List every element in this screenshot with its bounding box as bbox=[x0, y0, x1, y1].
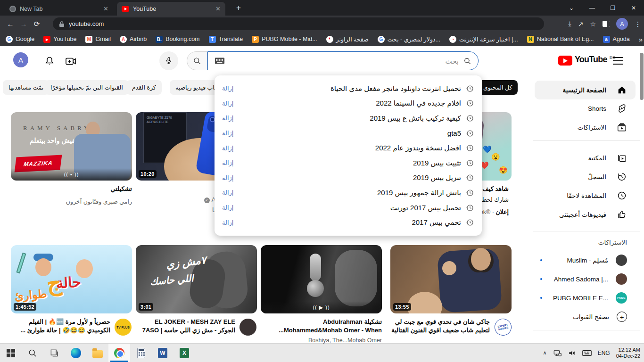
chip-football[interactable]: كرة القدم bbox=[126, 80, 162, 95]
taskbar-file-explorer[interactable] bbox=[87, 344, 108, 362]
search-suggestion[interactable]: تنزيل بيس 2019إزالة bbox=[215, 171, 482, 186]
bookmark-router-page[interactable]: ❜صفحة الراوتر bbox=[326, 36, 369, 43]
search-suggestion[interactable]: gta5إزالة bbox=[215, 126, 482, 141]
bookmark-youtube[interactable]: ▸YouTube bbox=[43, 36, 76, 43]
search-suggestion[interactable]: كيفية تركيب باتش ع بيس 2019إزالة bbox=[215, 111, 482, 126]
subscription-pubg-mobile[interactable]: PUBG PUBG MOBILE E... bbox=[533, 288, 639, 307]
browser-profile-avatar[interactable]: A bbox=[616, 18, 628, 30]
remove-suggestion-link[interactable]: إزالة bbox=[222, 174, 233, 181]
video-thumbnail-abdulrahman-mix[interactable]: (( ▶ )) bbox=[261, 245, 382, 313]
youtube-account-avatar[interactable]: A bbox=[13, 52, 28, 67]
sidebar-item-subscriptions[interactable]: الاشتراكات bbox=[533, 118, 639, 137]
notifications-bell-icon[interactable] bbox=[44, 56, 55, 67]
restore-button[interactable]: ❐ bbox=[603, 0, 623, 16]
network-icon[interactable] bbox=[553, 349, 561, 357]
start-button[interactable] bbox=[0, 344, 22, 362]
language-indicator[interactable]: ENG bbox=[598, 350, 610, 356]
search-suggestion[interactable]: تحميل انترنت داونلود مانجر مفعل مدى الحي… bbox=[215, 81, 482, 96]
video-thumbnail-jackie[interactable]: 13:55 bbox=[390, 245, 512, 313]
taskbar-search-button[interactable] bbox=[22, 344, 43, 362]
search-suggestion[interactable]: تحميل بيس 2017 تورنتإزالة bbox=[215, 200, 482, 215]
close-button[interactable]: ✕ bbox=[623, 0, 644, 16]
video-thumbnail-joker[interactable]: ٧مش زي اللي حاسك 3:01 bbox=[136, 245, 257, 313]
bookmark-pubg[interactable]: PPUBG Mobile - Mid... bbox=[252, 36, 317, 43]
channel-avatar[interactable]: EXPERT MOVIES bbox=[493, 317, 513, 337]
volume-icon[interactable] bbox=[568, 349, 576, 357]
reload-button[interactable]: ⟳ bbox=[30, 20, 43, 28]
bookmark-star-icon[interactable]: ☆ bbox=[590, 20, 596, 28]
tab-youtube[interactable]: YouTube ✕ bbox=[117, 2, 225, 16]
bookmark-nbe[interactable]: NNational Bank of Eg... bbox=[527, 36, 594, 43]
video-title[interactable]: EL JOKER - MESH ZAY ELE bbox=[136, 318, 235, 326]
video-channel[interactable]: رامي صبري وفنّانون آخرون bbox=[11, 198, 132, 206]
subscription-ahmed-sadoma[interactable]: Ahmed Sadoma |... bbox=[533, 270, 639, 288]
remove-suggestion-link[interactable]: إزالة bbox=[222, 189, 233, 196]
back-button[interactable]: ← bbox=[4, 20, 17, 28]
touch-keyboard-icon[interactable] bbox=[582, 350, 592, 356]
new-tab-button[interactable]: + bbox=[233, 2, 244, 14]
sidebar-item-home[interactable]: الصفحة الرئيسية bbox=[533, 81, 639, 99]
sidebar-item-library[interactable]: المكتبة bbox=[533, 148, 639, 167]
search-suggestion[interactable]: تحمي بيس 2017إزالة bbox=[215, 215, 482, 230]
side-panel-icon[interactable] bbox=[603, 21, 610, 27]
video-title[interactable]: جاكي شان في تحدي قوي مع جبت لي لتعليم شا… bbox=[390, 318, 490, 335]
keyboard-icon[interactable] bbox=[215, 57, 225, 65]
forward-button[interactable]: → bbox=[17, 20, 30, 28]
bookmark-speedtest[interactable]: ◔اختبار سرعة الإنترنت |... bbox=[449, 36, 518, 43]
taskbar-excel[interactable]: X bbox=[173, 344, 195, 362]
search-suggestion[interactable]: افلام جديده في السينما 2022إزالة bbox=[215, 96, 482, 111]
chip-recently-uploaded[interactable]: القنوات التي تمّ تحميلها مؤخرًا bbox=[45, 80, 129, 95]
remove-suggestion-link[interactable]: إزالة bbox=[222, 204, 233, 211]
bookmark-booking[interactable]: B.Booking.com bbox=[156, 36, 199, 43]
video-channel[interactable]: Boshiya, The...Mohab Omer bbox=[261, 337, 382, 345]
bookmark-translate[interactable]: TTranslate bbox=[209, 36, 243, 43]
video-thumbnail-ramy-mix[interactable]: RAMY SABRY مفيش واحد بيتعلم MAZZIKA (( •… bbox=[11, 112, 132, 181]
sidebar-item-watch-later[interactable]: المشاهدة لاحقًا bbox=[533, 186, 639, 205]
remove-suggestion-link[interactable]: إزالة bbox=[222, 159, 233, 166]
chip-all[interactable]: كل المحتوى bbox=[478, 80, 518, 95]
voice-search-button[interactable] bbox=[159, 51, 178, 70]
sidebar-item-shorts[interactable]: Shorts bbox=[533, 99, 639, 118]
menu-kebab-icon[interactable]: ⋮ bbox=[635, 20, 641, 28]
tab-new-tab[interactable]: New Tab ✕ bbox=[5, 2, 113, 16]
sidebar-item-liked-videos[interactable]: فيديوهات أعجبتني bbox=[533, 205, 639, 224]
subscription-muslim[interactable]: مُسلِم - Muslim bbox=[533, 251, 639, 270]
bookmark-gmail[interactable]: MGmail bbox=[85, 36, 111, 43]
bookmark-airbnb[interactable]: AAirbnb bbox=[120, 36, 147, 43]
bookmark-agoda[interactable]: aAgoda bbox=[603, 36, 630, 43]
remove-suggestion-link[interactable]: إزالة bbox=[222, 115, 233, 122]
video-title[interactable]: حصرياً و لأول مرة 🆕🔥 | الفيلم الكوميدي 😂… bbox=[11, 318, 110, 335]
page-scrollbar[interactable] bbox=[640, 53, 644, 100]
remove-suggestion-link[interactable]: إزالة bbox=[222, 130, 233, 137]
tab-search-chevron-icon[interactable]: ⌄ bbox=[561, 0, 582, 16]
taskbar-edge[interactable] bbox=[65, 344, 87, 362]
bookmarks-overflow-chevron[interactable]: » bbox=[639, 35, 643, 43]
guide-hamburger-icon[interactable] bbox=[613, 57, 623, 65]
video-thumbnail-emergency[interactable]: حالة ج طوارئ 1:45:52 bbox=[11, 245, 132, 313]
search-submit-button[interactable] bbox=[187, 51, 207, 70]
address-bar[interactable]: youtube.com bbox=[53, 17, 544, 30]
create-video-icon[interactable] bbox=[65, 56, 76, 67]
search-suggestion[interactable]: افضل نسخة ويندوز عام 2022إزالة bbox=[215, 140, 482, 156]
channel-avatar[interactable]: TV PLUS bbox=[115, 319, 132, 336]
taskbar-calculator[interactable] bbox=[130, 344, 152, 362]
remove-suggestion-link[interactable]: إزالة bbox=[222, 85, 233, 92]
video-title-line2[interactable]: الجوكر - مش زي اللي حاسه | 7ASO bbox=[136, 326, 235, 335]
task-view-button[interactable] bbox=[43, 344, 65, 362]
video-title[interactable]: تشكيلة Abdulrahman bbox=[261, 318, 382, 326]
youtube-logo[interactable]: YouTube EG bbox=[558, 55, 616, 66]
share-icon[interactable]: ↗ bbox=[578, 20, 584, 28]
channel-avatar[interactable] bbox=[239, 319, 256, 336]
taskbar-clock[interactable]: 12:12 AM04-Dec-22 bbox=[616, 347, 640, 359]
close-tab-icon[interactable]: ✕ bbox=[215, 5, 221, 12]
remove-suggestion-link[interactable]: إزالة bbox=[222, 219, 233, 226]
remove-suggestion-link[interactable]: إزالة bbox=[222, 145, 233, 152]
download-icon[interactable]: ⤓ bbox=[569, 20, 571, 28]
search-suggestion[interactable]: باتش ازالة جمهور بيس 2019إزالة bbox=[215, 185, 482, 200]
tray-chevron-icon[interactable]: ∧ bbox=[543, 350, 547, 356]
bookmark-google[interactable]: GGoogle bbox=[6, 36, 34, 43]
video-title-line2[interactable]: Mohammed&Mohab Omer - When... bbox=[261, 326, 382, 335]
bookmark-dollar-search[interactable]: Gدولار لمصري - بحث... bbox=[378, 36, 440, 43]
taskbar-chrome[interactable] bbox=[108, 344, 130, 362]
search-input[interactable] bbox=[230, 52, 459, 70]
